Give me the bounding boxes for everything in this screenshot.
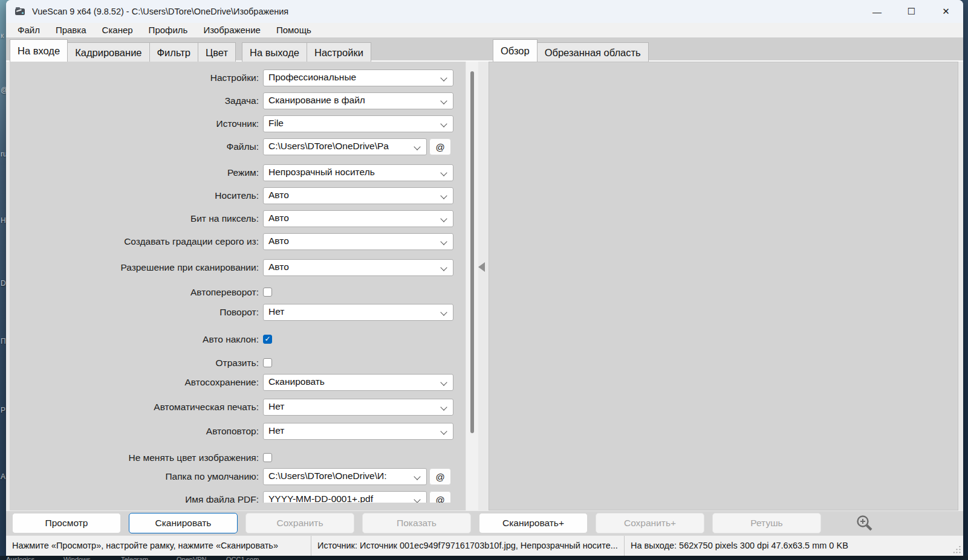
settings-dropdown[interactable]: Профессиональные (263, 69, 453, 86)
status-output: На выходе: 562x750 pixels 300 dpi 47.6x6… (625, 536, 963, 556)
retouch-button[interactable]: Ретушь (712, 513, 821, 533)
auto-skew-checkbox[interactable] (263, 335, 272, 344)
form-row: Авто наклон: (10, 333, 466, 346)
desktop-icon-label-fragment: D (1, 279, 6, 288)
window-title: VueScan 9 x64 (9.8.52) - C:\Users\DTore\… (32, 7, 288, 16)
mode-dropdown[interactable]: Непрозрачный носитель (263, 164, 453, 181)
keep-image-color-checkbox[interactable] (263, 453, 272, 462)
form-row: Автоповтор: Нет (10, 423, 466, 440)
menu-scanner[interactable]: Сканер (94, 23, 141, 37)
form-row: Автопереворот: (10, 286, 466, 298)
bits-per-pixel-dropdown[interactable]: Авто (263, 210, 453, 227)
zoom-in-button[interactable] (854, 513, 875, 533)
default-folder-combobox[interactable]: C:\Users\DTore\OneDrive\И: (263, 468, 427, 485)
combo-value: Нет (264, 304, 453, 317)
form-row: Разрешение при сканировании: Авто (10, 259, 466, 276)
scan-button[interactable]: Сканировать (129, 513, 238, 533)
form-row: Папка по умолчанию: C:\Users\DTore\OneDr… (10, 468, 466, 485)
at-button[interactable]: @ (429, 138, 451, 155)
source-dropdown[interactable]: File (263, 115, 453, 132)
tab-cropped-area[interactable]: Обрезанная область (538, 42, 649, 62)
scan-resolution-dropdown[interactable]: Авто (263, 259, 453, 276)
auto-repeat-dropdown[interactable]: Нет (263, 423, 453, 440)
taskbar-label: OCC1.com... (226, 556, 265, 560)
maximize-button[interactable]: ☐ (894, 0, 929, 23)
field-label: Источник: (10, 115, 259, 132)
field-label: Имя файла PDF: (10, 491, 259, 503)
menubar: Файл Правка Сканер Профиль Изображение П… (6, 23, 963, 37)
desktop-icon-label-fragment: А (1, 472, 5, 481)
form-row: Бит на пиксель: Авто (10, 210, 466, 227)
combo-value: Профессиональные (264, 70, 453, 83)
preview-button[interactable]: Просмотр (12, 513, 121, 533)
menu-image[interactable]: Изображение (195, 23, 268, 37)
mirror-checkbox[interactable] (263, 358, 272, 367)
auto-save-dropdown[interactable]: Сканировать (263, 374, 453, 391)
show-button[interactable]: Показать (362, 513, 471, 533)
combo-value: YYYY-MM-DD-0001+.pdf (264, 492, 426, 503)
tab-filter[interactable]: Фильтр (150, 42, 198, 62)
field-label: Отразить: (10, 357, 259, 369)
menu-file[interactable]: Файл (10, 23, 48, 37)
rotation-dropdown[interactable]: Нет (263, 304, 453, 321)
field-label: Режим: (10, 164, 259, 181)
save-plus-button[interactable]: Сохранить+ (596, 513, 704, 533)
close-button[interactable]: ✕ (929, 0, 963, 23)
field-label: Файлы: (10, 138, 259, 155)
at-button[interactable]: @ (429, 491, 451, 503)
combo-value: Авто (264, 188, 453, 201)
pdf-filename-combobox[interactable]: YYYY-MM-DD-0001+.pdf (263, 491, 427, 503)
form-row: Файлы: C:\Users\DTore\OneDrive\Pa @ (10, 138, 466, 155)
files-combobox[interactable]: C:\Users\DTore\OneDrive\Pa (263, 138, 427, 155)
taskbar-label: Telegram (121, 556, 148, 560)
field-label: Автосохранение: (10, 374, 259, 391)
preview-tabs: Обзор Обрезанная область (493, 39, 649, 62)
desktop-icon-label-fragment: П (1, 337, 6, 346)
taskbar-label: Auslogics (6, 556, 34, 560)
tab-color[interactable]: Цвет (198, 42, 236, 62)
field-label: Автоповтор: (10, 423, 259, 440)
form-scrollbar[interactable] (466, 62, 478, 510)
combo-value: Авто (264, 260, 453, 272)
combo-value: Сканирование в файл (264, 93, 453, 106)
status-bar: Нажмите «Просмотр», настройте рамку, наж… (6, 535, 963, 556)
main-area: Настройки: Профессиональные Задача: Скан… (6, 62, 963, 510)
auto-flip-checkbox[interactable] (263, 288, 272, 297)
form-row: Источник: File (10, 115, 466, 132)
tab-preview[interactable]: Обзор (493, 39, 538, 62)
form-row: Не менять цвет изображения: (10, 452, 466, 464)
desktop-icon-label-fragment: P (1, 406, 5, 414)
menu-edit[interactable]: Правка (48, 23, 94, 37)
tab-strip: На входе Кадрирование Фильтр Цвет На вых… (6, 37, 963, 62)
tab-prefs[interactable]: Настройки (307, 42, 371, 62)
scrollbar-thumb[interactable] (470, 71, 474, 433)
combo-value: Авто (264, 234, 453, 246)
form-row: Носитель: Авто (10, 187, 466, 204)
combo-value: Нет (264, 399, 453, 412)
task-dropdown[interactable]: Сканирование в файл (263, 92, 453, 109)
collapse-panel-arrow[interactable] (478, 262, 485, 272)
tab-output[interactable]: На выходе (242, 42, 307, 62)
make-gray-from-dropdown[interactable]: Авто (263, 233, 453, 250)
tab-input[interactable]: На входе (10, 39, 68, 62)
app-icon (14, 5, 26, 18)
media-dropdown[interactable]: Авто (263, 187, 453, 204)
scan-plus-button[interactable]: Сканировать+ (479, 513, 588, 533)
resize-grip[interactable] (953, 546, 961, 554)
form-row: Автоматическая печать: Нет (10, 399, 466, 416)
form-row: Режим: Непрозрачный носитель (10, 164, 466, 181)
field-label: Не менять цвет изображения: (10, 452, 259, 464)
menu-help[interactable]: Помощь (268, 23, 319, 37)
menu-profile[interactable]: Профиль (141, 23, 196, 37)
vuescan-window: VueScan 9 x64 (9.8.52) - C:\Users\DTore\… (6, 0, 963, 556)
combo-value: Нет (264, 423, 453, 436)
at-button[interactable]: @ (429, 468, 451, 485)
save-button[interactable]: Сохранить (245, 513, 354, 533)
input-settings-panel: Настройки: Профессиональные Задача: Скан… (10, 62, 466, 510)
taskbar-label: Windows (63, 556, 91, 560)
preview-area (489, 62, 958, 510)
tab-crop[interactable]: Кадрирование (68, 42, 149, 62)
auto-print-dropdown[interactable]: Нет (263, 399, 453, 416)
combo-value: C:\Users\DTore\OneDrive\Pa (264, 139, 426, 152)
minimize-button[interactable]: — (860, 0, 894, 23)
